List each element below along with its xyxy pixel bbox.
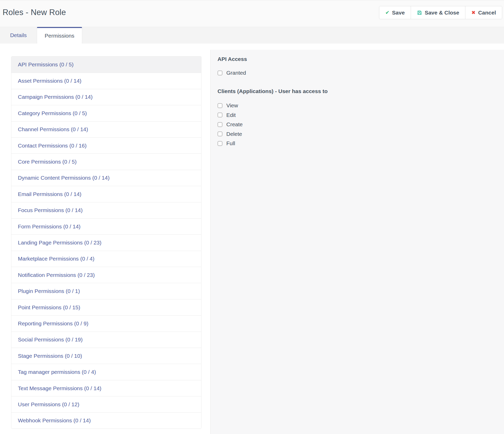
permission-group-item[interactable]: Core Permissions (0 / 5)	[11, 153, 201, 170]
permission-group-item[interactable]: User Permissions (0 / 12)	[11, 396, 201, 412]
permission-group-item[interactable]: Category Permissions (0 / 5)	[11, 105, 201, 121]
permission-group-item[interactable]: Dynamic Content Permissions (0 / 14)	[11, 170, 201, 186]
permission-group-item[interactable]: Stage Permissions (0 / 10)	[11, 348, 201, 364]
roles-new-role-page: Roles - New Role ✔ Save Save & Close ✖ C…	[0, 0, 504, 434]
permission-group-item[interactable]: Focus Permissions (0 / 14)	[11, 202, 201, 218]
permission-group-item[interactable]: Tag manager permissions (0 / 4)	[11, 364, 201, 380]
permissions-tab-content: API Permissions (0 / 5)Asset Permissions…	[0, 44, 504, 434]
permission-group-item[interactable]: Asset Permissions (0 / 14)	[11, 73, 201, 89]
save-and-close-button[interactable]: Save & Close	[411, 6, 465, 19]
permission-detail-panel: API Access Granted Clients (Applications…	[210, 50, 504, 434]
tab-bar: Details Permissions	[0, 27, 504, 44]
tab-details[interactable]: Details	[0, 27, 37, 44]
delete-checkbox[interactable]	[218, 131, 222, 136]
granted-checkbox[interactable]	[218, 71, 222, 75]
granted-checkbox-row[interactable]: Granted	[218, 70, 496, 76]
save-and-close-button-label: Save & Close	[425, 10, 459, 16]
view-label: View	[226, 102, 238, 109]
page-title: Roles - New Role	[3, 8, 66, 17]
permission-group-item[interactable]: Plugin Permissions (0 / 1)	[11, 283, 201, 299]
full-label: Full	[226, 140, 235, 146]
edit-label: Edit	[226, 112, 236, 118]
save-button-label: Save	[392, 10, 405, 16]
permission-group-item[interactable]: Channel Permissions (0 / 14)	[11, 121, 201, 137]
permission-group-item[interactable]: Social Permissions (0 / 19)	[11, 332, 201, 348]
permission-group-item[interactable]: Notification Permissions (0 / 23)	[11, 267, 201, 283]
tab-permissions[interactable]: Permissions	[37, 27, 82, 44]
clients-heading: Clients (Applications) - User has access…	[218, 88, 496, 94]
x-icon: ✖	[471, 10, 475, 16]
create-checkbox-row[interactable]: Create	[218, 122, 496, 127]
permission-group-item[interactable]: Reporting Permissions (0 / 9)	[11, 315, 201, 331]
permission-group-item[interactable]: Campaign Permissions (0 / 14)	[11, 89, 201, 105]
client-permission-options: ViewEditCreateDeleteFull	[218, 103, 496, 146]
permission-group-item[interactable]: Marketplace Permissions (0 / 4)	[11, 251, 201, 267]
create-label: Create	[226, 121, 243, 128]
view-checkbox-row[interactable]: View	[218, 103, 496, 108]
floppy-disk-icon	[417, 10, 422, 15]
granted-label: Granted	[226, 70, 246, 76]
toolbar: ✔ Save Save & Close ✖ Cancel	[379, 6, 502, 19]
page-header: Roles - New Role ✔ Save Save & Close ✖ C…	[0, 0, 504, 27]
permission-group-item[interactable]: API Permissions (0 / 5)	[11, 57, 201, 73]
permission-group-item[interactable]: Webhook Permissions (0 / 14)	[11, 412, 201, 429]
cancel-button[interactable]: ✖ Cancel	[465, 6, 502, 19]
view-checkbox[interactable]	[218, 103, 222, 108]
full-checkbox-row[interactable]: Full	[218, 141, 496, 146]
delete-label: Delete	[226, 131, 242, 137]
api-access-heading: API Access	[218, 56, 496, 62]
permission-group-item[interactable]: Landing Page Permissions (0 / 23)	[11, 234, 201, 250]
permission-group-item[interactable]: Form Permissions (0 / 14)	[11, 218, 201, 234]
permission-group-item[interactable]: Text Message Permissions (0 / 14)	[11, 380, 201, 396]
check-icon: ✔	[385, 10, 389, 16]
permission-group-item[interactable]: Email Permissions (0 / 14)	[11, 186, 201, 202]
edit-checkbox[interactable]	[218, 113, 222, 117]
permission-group-item[interactable]: Contact Permissions (0 / 16)	[11, 137, 201, 153]
create-checkbox[interactable]	[218, 122, 222, 127]
delete-checkbox-row[interactable]: Delete	[218, 131, 496, 137]
permission-groups-list: API Permissions (0 / 5)Asset Permissions…	[11, 56, 201, 429]
edit-checkbox-row[interactable]: Edit	[218, 112, 496, 118]
permission-group-item[interactable]: Point Permissions (0 / 15)	[11, 299, 201, 315]
full-checkbox[interactable]	[218, 141, 222, 146]
cancel-button-label: Cancel	[478, 10, 496, 16]
save-button[interactable]: ✔ Save	[379, 6, 411, 19]
